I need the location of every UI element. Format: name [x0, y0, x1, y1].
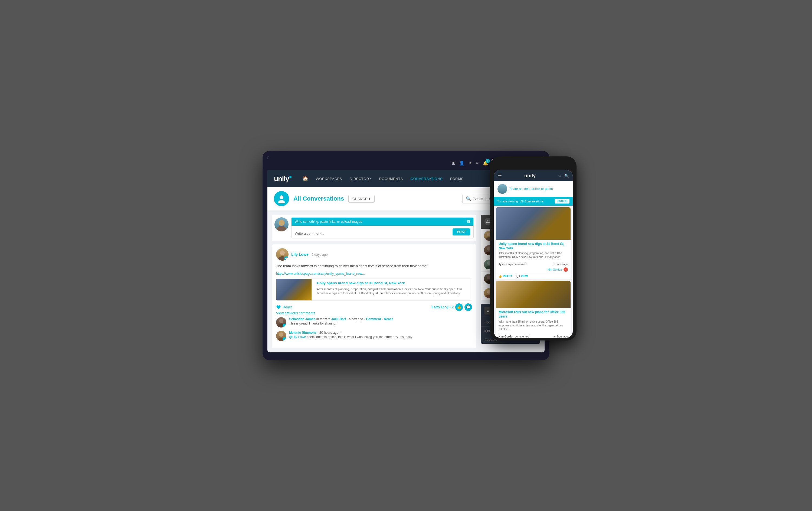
feed-post-link[interactable]: https://www.articlespage.com/story/unily… [276, 272, 365, 276]
phone-viewing-text: You are viewing - All Conversations [497, 200, 544, 203]
feed-user-name: Lily Lowe [291, 252, 309, 257]
image-upload-icon[interactable]: 🖼 [467, 220, 470, 224]
phone-viewing-bar: You are viewing - All Conversations SWIT… [494, 197, 573, 206]
message-button[interactable]: 💬 [464, 304, 472, 311]
edit-icon[interactable]: ✏ [475, 161, 479, 166]
phone-feed-image-1 [496, 207, 571, 240]
home-button[interactable]: 🏠 [302, 176, 308, 181]
comment-item-2: Melanie Simmons - 20 hours ago - @Lily L… [276, 331, 472, 341]
feed-user-avatar: 💬 [276, 248, 289, 261]
nav-workspaces[interactable]: WORKSPACES [316, 177, 342, 181]
feed-article-card: Unily opens brand new digs at 31 Bond St… [276, 279, 472, 301]
feed-article-image [277, 279, 312, 301]
phone-search-icon[interactable]: 🔍 [564, 173, 569, 178]
react-button[interactable]: React [276, 305, 292, 310]
post-input-header: Write something, paste links, or upload … [291, 218, 473, 226]
phone-nav: ☰ unily ☆ 🔍 [494, 170, 573, 181]
phone-nav-icons: ☆ 🔍 [558, 173, 569, 178]
feed-user-meta: Lily Lowe - 2 days ago [291, 252, 327, 257]
svg-point-6 [280, 250, 285, 255]
phone-feed-text-1: After months of planning, preparation, a… [499, 251, 568, 259]
react-link-1[interactable]: React [384, 317, 393, 321]
notification-wrapper: 🔔 8 [483, 161, 488, 166]
svg-point-3 [278, 200, 285, 203]
phone-feed-content-1: Unily opens brand new digs at 31 Bond St… [496, 240, 571, 261]
change-button[interactable]: CHANGE ▾ [348, 195, 375, 203]
logo-dot [289, 176, 291, 178]
nav-forms[interactable]: FORMS [450, 177, 463, 181]
post-button[interactable]: POST [453, 228, 470, 235]
kathy-label: Kathy Long + 2 [432, 305, 454, 309]
user-icon[interactable]: 👤 [459, 161, 464, 166]
phone-view-icon-1: 💬 [516, 275, 520, 278]
mobile-phone-device: ☰ unily ☆ 🔍 Share an idea, article or ph… [490, 157, 577, 340]
post-user-avatar [274, 217, 289, 231]
phone-feed-item-1: Unily opens brand new digs at 31 Bond St… [496, 207, 571, 279]
phone-feed-meta-2: Kim Gordon commented an hour ago [496, 334, 571, 338]
phone-react-btn-1[interactable]: 👍 REACT [499, 275, 512, 278]
phone-feed-actions-1: 👍 REACT 💬 VIEW [496, 273, 571, 279]
phone-feed-text-2: With more than 85 million active users, … [499, 320, 568, 331]
svg-point-10 [279, 332, 283, 337]
mention-link[interactable]: @Lily Lowe [289, 335, 306, 339]
nav-documents[interactable]: DOCUMENTS [379, 177, 403, 181]
svg-point-2 [280, 195, 283, 199]
search-channel-icon: 🔍 [466, 196, 471, 201]
comment-content-2: Melanie Simmons - 20 hours ago - @Lily L… [289, 331, 472, 339]
reply-to-1[interactable]: Jack Hart [331, 317, 346, 321]
apps-icon[interactable]: ⊞ [452, 161, 455, 166]
feed-post-text: The team looks forward to continuing to … [276, 263, 472, 269]
nav-items: WORKSPACES DIRECTORY DOCUMENTS CONVERSAT… [316, 177, 501, 181]
phone-screen: ☰ unily ☆ 🔍 Share an idea, article or ph… [494, 170, 573, 338]
feed-avatar-badge: 💬 [284, 256, 289, 261]
feed-item: 💬 Lily Lowe - 2 days ago The team looks … [272, 245, 476, 348]
comment-content-1: Sebastian James in reply to Jack Hart - … [289, 317, 472, 325]
conversations-title: All Conversations [293, 195, 344, 202]
phone-share-text[interactable]: Share an idea, article or photo [510, 187, 553, 191]
phone-switch-button[interactable]: SWITCH [555, 199, 570, 203]
star-icon[interactable]: ✦ [468, 161, 472, 166]
phone-feed-content-2: Microsoft rolls out new plans for Office… [496, 308, 571, 333]
phone-star-icon[interactable]: ☆ [558, 173, 562, 178]
comment-meta-2: Melanie Simmons - 20 hours ago - [289, 331, 472, 335]
nav-conversations[interactable]: CONVERSATIONS [411, 177, 442, 181]
post-box: Write something, paste links, or upload … [272, 215, 476, 241]
comment-item-1: Sebastian James in reply to Jack Hart - … [276, 317, 472, 328]
article-image-overlay [277, 279, 312, 301]
feed-article-text: After months of planning, preparation, a… [317, 287, 470, 295]
comment-avatar-2 [276, 331, 286, 341]
feed-article-content: Unily opens brand new digs at 31 Bond St… [315, 279, 472, 301]
view-previous-comments[interactable]: View previous comments [276, 311, 472, 315]
phone-heart-icon-1: 👍 [499, 275, 502, 278]
comment-link-1[interactable]: Comment [366, 317, 381, 321]
change-label: CHANGE [352, 197, 368, 201]
feed-post-time: - 2 days ago [310, 253, 327, 257]
phone-view-btn-1[interactable]: 💬 VIEW [516, 275, 528, 278]
nav-directory[interactable]: DIRECTORY [350, 177, 372, 181]
commenter-name-2[interactable]: Melanie Simmons [289, 331, 316, 335]
comment-meta-1: Sebastian James in reply to Jack Hart - … [289, 317, 472, 321]
logo: unily [274, 175, 291, 183]
top-bar-icons: ⊞ 👤 ✦ ✏ 🔔 8 [452, 161, 488, 166]
phone-commenter-1: Tyler King [499, 263, 512, 266]
post-header-text: Write something, paste links, or upload … [295, 220, 362, 224]
phone-time-1: 6 hours ago [553, 263, 568, 266]
phone-logo: unily [524, 173, 535, 179]
action-circles: 👍 💬 [455, 304, 472, 311]
phone-feed-item-2: Microsoft rolls out new plans for Office… [496, 281, 571, 338]
phone-menu-icon[interactable]: ☰ [497, 173, 502, 179]
phone-feed-title-2: Microsoft rolls out new plans for Office… [499, 310, 568, 318]
commenter-name-1[interactable]: Sebastian James [289, 317, 315, 321]
comment-badge-2 [283, 337, 286, 341]
post-comment-input[interactable] [295, 231, 451, 235]
post-input-area: Write something, paste links, or upload … [291, 217, 474, 238]
comment-avatar-1 [276, 317, 286, 328]
feed-item-header: 💬 Lily Lowe - 2 days ago [276, 248, 472, 261]
phone-feed-image-2 [496, 281, 571, 308]
thumbs-down-button[interactable]: 👍 [455, 304, 463, 311]
phone-notch [507, 160, 559, 168]
feed-article-title: Unily opens brand new digs at 31 Bond St… [317, 281, 470, 286]
conversations-avatar [274, 191, 289, 206]
phone-commenters-1: Kim Gordon ! [496, 267, 571, 273]
comment-badge-1 [283, 324, 286, 328]
